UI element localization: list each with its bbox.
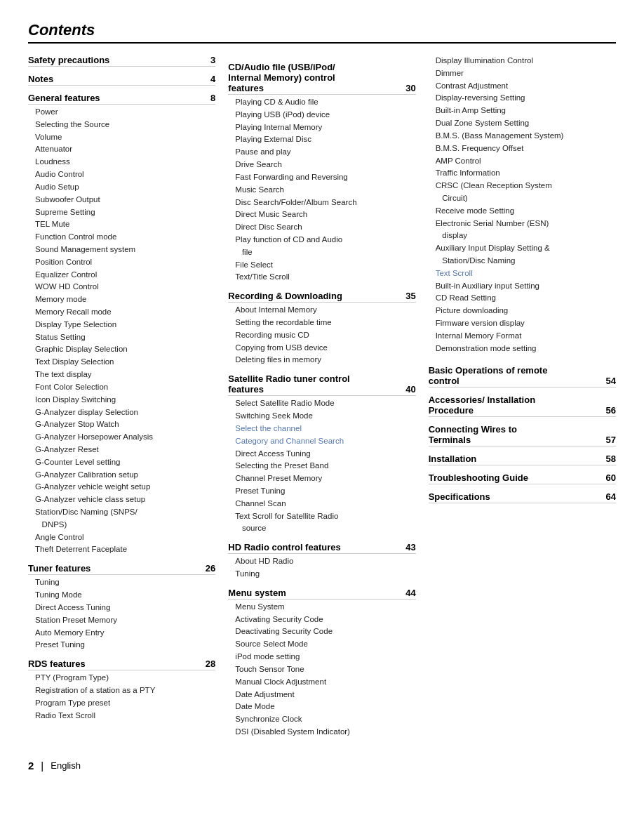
list-item: Display Type Selection — [28, 319, 215, 331]
list-item: Traffic Information — [429, 167, 616, 180]
section-installation-heading: Installation — [429, 454, 477, 464]
section-rds-heading: RDS features — [28, 658, 86, 669]
section-cd: CD/Audio file (USB/iPod/Internal Memory)… — [228, 62, 415, 95]
section-notes: Notes 4 — [28, 74, 215, 86]
section-satellite-heading: Satellite Radio tuner controlfeatures — [228, 373, 401, 395]
list-item: G-Analyzer display Selection — [28, 406, 215, 419]
list-item: Playing Internal Memory — [228, 121, 415, 134]
section-tuner-heading: Tuner features — [28, 563, 90, 574]
section-remote-page: 54 — [602, 376, 616, 386]
section-rds-page: 28 — [206, 658, 215, 669]
list-item: Drive Search — [228, 159, 415, 171]
list-item: Date Mode — [228, 701, 415, 713]
list-item: G-Analyzer Calibration setup — [28, 469, 215, 482]
list-item: Deactivating Security Code — [228, 626, 415, 638]
list-item: Supreme Setting — [28, 206, 215, 219]
list-item: Electronic Serial Number (ESN) display — [429, 218, 616, 243]
section-accessories-page: 56 — [602, 405, 616, 416]
hd-radio-items: About HD Radio Tuning — [228, 555, 415, 581]
section-troubleshooting-page: 60 — [606, 472, 616, 483]
list-item: The text display — [28, 369, 215, 381]
cd-items: Playing CD & Audio file Playing USB (iPo… — [228, 96, 415, 284]
rds-items: PTY (Program Type) Registration of a sta… — [28, 672, 215, 722]
section-general: General features 8 — [28, 93, 215, 105]
list-item: Category and Channel Search — [228, 435, 415, 448]
list-item: Channel Preset Memory — [228, 472, 415, 485]
list-item: Select Satellite Radio Mode — [228, 397, 415, 410]
section-safety: Safety precautions 3 — [28, 55, 215, 67]
tuner-items: Tuning Tuning Mode Direct Access Tuning … — [28, 576, 215, 651]
list-item: Built-in Auxiliary input Setting — [429, 280, 616, 293]
section-troubleshooting: Troubleshooting Guide 60 — [429, 472, 616, 484]
section-accessories-heading: Accessories/ InstallationProcedure — [429, 395, 602, 416]
list-item: Receive mode Setting — [429, 205, 616, 218]
list-item: Contrast Adjustment — [429, 80, 616, 93]
section-safety-heading: Safety precautions — [28, 55, 109, 65]
section-hd-radio: HD Radio control features 43 — [228, 542, 415, 554]
list-item: Source Select Mode — [228, 638, 415, 651]
list-item: TEL Mute — [28, 218, 215, 231]
list-item: iPod mode setting — [228, 651, 415, 663]
list-item: Picture downloading — [429, 305, 616, 317]
list-item: Subwoofer Output — [28, 194, 215, 206]
list-item: Loudness — [28, 156, 215, 168]
section-troubleshooting-heading: Troubleshooting Guide — [429, 472, 528, 483]
list-item: G-Analyzer Reset — [28, 444, 215, 456]
list-item-text-scroll: Text Scroll — [429, 267, 616, 280]
list-item: Channel Scan — [228, 498, 415, 510]
list-item: Dual Zone System Setting — [429, 117, 616, 130]
section-recording-page: 35 — [405, 291, 415, 301]
section-general-heading: General features — [28, 93, 100, 103]
recording-items: About Internal Memory Setting the record… — [228, 304, 415, 366]
list-item: Play function of CD and Audio file — [228, 234, 415, 259]
page-title: Contents — [28, 21, 616, 44]
list-item: Switching Seek Mode — [228, 410, 415, 423]
section-cd-heading: CD/Audio file (USB/iPod/Internal Memory)… — [228, 62, 401, 93]
section-accessories: Accessories/ InstallationProcedure 56 — [429, 395, 616, 417]
list-item: Playing USB (iPod) device — [228, 109, 415, 121]
list-item: Direct Access Tuning — [228, 448, 415, 461]
list-item: Status Setting — [28, 331, 215, 344]
list-item: Graphic Display Selection — [28, 343, 215, 356]
list-item: G-Analyzer vehicle class setup — [28, 494, 215, 506]
list-item: Recording music CD — [228, 329, 415, 342]
list-item: Memory mode — [28, 293, 215, 306]
section-safety-page: 3 — [210, 55, 215, 65]
footer: 2 | English — [28, 760, 616, 772]
list-item: Dimmer — [429, 67, 616, 80]
list-item: Auto Memory Entry — [28, 627, 215, 640]
list-item: B.M.S. (Bass Management System) — [429, 130, 616, 143]
section-tuner: Tuner features 26 — [28, 563, 215, 575]
list-item: Audio Control — [28, 168, 215, 181]
section-wires: Connecting Wires toTerminals 57 — [429, 424, 616, 446]
list-item: Playing CD & Audio file — [228, 96, 415, 109]
footer-separator: | — [41, 760, 43, 772]
list-item: Internal Memory Format — [429, 330, 616, 343]
list-item: Preset Tuning — [28, 639, 215, 651]
list-item: Manual Clock Adjustment — [228, 676, 415, 689]
list-item: Radio Text Scroll — [28, 710, 215, 722]
list-item: Setting the recordable time — [228, 317, 415, 329]
list-item: Menu System — [228, 601, 415, 614]
list-item: Select the channel — [228, 423, 415, 435]
satellite-items: Select Satellite Radio Mode Switching Se… — [228, 397, 415, 535]
list-item: PTY (Program Type) — [28, 672, 215, 684]
list-item: Icon Display Switching — [28, 394, 215, 406]
list-item: CD Read Setting — [429, 292, 616, 305]
section-general-page: 8 — [210, 93, 215, 103]
list-item: Selecting the Preset Band — [228, 460, 415, 472]
list-item: Copying from USB device — [228, 342, 415, 355]
section-hd-radio-page: 43 — [405, 542, 415, 552]
list-item: Memory Recall mode — [28, 306, 215, 319]
list-item: Tuning — [28, 576, 215, 589]
section-tuner-page: 26 — [206, 563, 215, 574]
list-item: G-Counter Level setting — [28, 456, 215, 469]
list-item: Text Display Selection — [28, 356, 215, 369]
section-rds: RDS features 28 — [28, 658, 215, 670]
list-item: Sound Management system — [28, 244, 215, 256]
list-item: Preset Tuning — [228, 485, 415, 498]
list-item: Text Scroll for Satellite Radio source — [228, 510, 415, 536]
list-item: Music Search — [228, 184, 415, 197]
section-wires-heading: Connecting Wires toTerminals — [429, 424, 602, 445]
footer-language: English — [51, 760, 81, 771]
